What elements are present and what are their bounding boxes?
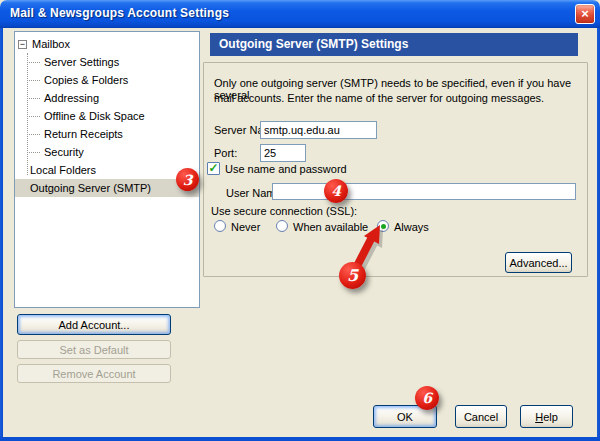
annotation-step-5-badge: 5 bbox=[339, 262, 366, 289]
sidebar-item-addressing[interactable]: Addressing bbox=[15, 89, 199, 107]
add-account-button[interactable]: Add Account... bbox=[17, 314, 171, 335]
annotation-step-3-badge: 3 bbox=[176, 168, 199, 191]
port-input[interactable] bbox=[260, 144, 306, 162]
port-label: Port: bbox=[214, 147, 237, 159]
sidebar-item-outgoing-server-smtp[interactable]: Outgoing Server (SMTP) bbox=[15, 179, 199, 197]
ssl-radio-when-available[interactable] bbox=[276, 220, 288, 232]
description-line2: mail accounts. Enter the name of the ser… bbox=[214, 92, 544, 104]
sidebar-item-copies-folders[interactable]: Copies & Folders bbox=[15, 71, 199, 89]
cancel-button[interactable]: Cancel bbox=[455, 405, 507, 428]
close-icon: × bbox=[581, 6, 589, 21]
tree-label-mailbox: Mailbox bbox=[32, 35, 70, 53]
close-button[interactable]: × bbox=[575, 4, 595, 24]
tree-label: Local Folders bbox=[30, 164, 96, 176]
use-name-password-label[interactable]: Use name and password bbox=[225, 163, 347, 175]
remove-account-button[interactable]: Remove Account bbox=[17, 364, 171, 383]
set-as-default-button[interactable]: Set as Default bbox=[17, 340, 171, 359]
sidebar-item-mailbox[interactable]: − Mailbox bbox=[15, 35, 199, 53]
account-tree: − Mailbox Server Settings Copies & Folde… bbox=[14, 31, 200, 308]
sidebar-item-local-folders[interactable]: Local Folders bbox=[15, 161, 199, 179]
use-name-password-checkbox[interactable]: ✓ bbox=[207, 162, 220, 175]
annotation-step-6-badge: 6 bbox=[415, 386, 439, 410]
sidebar-item-offline-disk-space[interactable]: Offline & Disk Space bbox=[15, 107, 199, 125]
advanced-button[interactable]: Advanced... bbox=[505, 252, 572, 273]
sidebar-item-return-receipts[interactable]: Return Receipts bbox=[15, 125, 199, 143]
sidebar-item-security[interactable]: Security bbox=[15, 143, 199, 161]
tree-label: Server Settings bbox=[44, 56, 119, 68]
checkmark-icon: ✓ bbox=[208, 163, 218, 173]
tree-label: Security bbox=[44, 146, 84, 158]
tree-label: Copies & Folders bbox=[44, 74, 128, 86]
server-name-input[interactable] bbox=[260, 121, 377, 139]
collapse-expander-icon[interactable]: − bbox=[18, 40, 27, 49]
user-name-input[interactable] bbox=[272, 183, 576, 200]
panel-title: Outgoing Server (SMTP) Settings bbox=[210, 33, 578, 56]
help-button[interactable]: Help bbox=[520, 405, 573, 428]
tree-label: Addressing bbox=[44, 92, 99, 104]
help-accel: H bbox=[535, 411, 543, 423]
tree-label: Return Receipts bbox=[44, 128, 123, 140]
window-border-bottom bbox=[0, 437, 600, 441]
annotation-step-4-badge: 4 bbox=[324, 179, 348, 203]
titlebar: Mail & Newsgroups Account Settings × bbox=[0, 0, 600, 28]
ssl-radio-never[interactable] bbox=[214, 220, 226, 232]
ssl-never-label[interactable]: Never bbox=[231, 221, 260, 233]
ssl-always-label[interactable]: Always bbox=[394, 221, 429, 233]
tree-label: Outgoing Server (SMTP) bbox=[30, 182, 151, 194]
window-title: Mail & Newsgroups Account Settings bbox=[10, 6, 229, 20]
account-settings-dialog: Mail & Newsgroups Account Settings × − M… bbox=[0, 0, 600, 441]
window-border-left bbox=[0, 28, 3, 441]
tree-label: Offline & Disk Space bbox=[44, 110, 145, 122]
help-rest: elp bbox=[543, 411, 558, 423]
sidebar-item-server-settings[interactable]: Server Settings bbox=[15, 53, 199, 71]
